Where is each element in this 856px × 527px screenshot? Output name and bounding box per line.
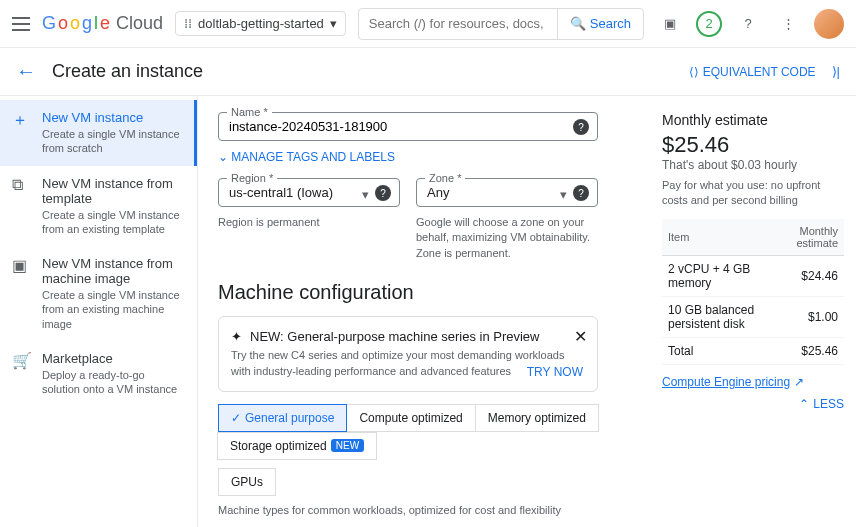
sidebar-item-template[interactable]: ⧉ New VM instance from template Create a… bbox=[0, 166, 197, 247]
project-name: doltlab-getting-started bbox=[198, 16, 324, 31]
chevron-down-icon: ▾ bbox=[330, 16, 337, 31]
equivalent-code-button[interactable]: ⟨⟩ EQUIVALENT CODE bbox=[689, 65, 816, 79]
sidebar-item-machine-image[interactable]: ▣ New VM instance from machine image Cre… bbox=[0, 246, 197, 341]
manage-tags-link[interactable]: ⌄ MANAGE TAGS AND LABELS bbox=[218, 150, 395, 164]
tab-compute-optimized[interactable]: Compute optimized bbox=[346, 404, 475, 432]
nav-menu-icon[interactable] bbox=[12, 17, 30, 31]
sidebar-item-marketplace[interactable]: 🛒 Marketplace Deploy a ready-to-go solut… bbox=[0, 341, 197, 407]
region-select[interactable]: Region * us-central1 (Iowa) ▾ ? bbox=[218, 178, 400, 207]
avatar[interactable] bbox=[814, 9, 844, 39]
trial-badge[interactable]: 2 bbox=[696, 11, 722, 37]
search-bar[interactable]: 🔍 Search bbox=[358, 8, 644, 40]
pricing-link[interactable]: Compute Engine pricing ↗ bbox=[662, 375, 804, 389]
region-hint: Region is permanent bbox=[218, 215, 400, 230]
name-input[interactable] bbox=[229, 119, 587, 134]
external-link-icon: ↗ bbox=[794, 375, 804, 389]
more-icon[interactable]: ⋮ bbox=[774, 10, 802, 38]
tab-general-purpose[interactable]: ✓ General purpose bbox=[218, 404, 347, 432]
name-field[interactable]: Name * ? bbox=[218, 112, 598, 141]
tab-description: Machine types for common workloads, opti… bbox=[218, 504, 626, 516]
template-icon: ⧉ bbox=[12, 176, 32, 237]
close-icon[interactable]: ✕ bbox=[574, 327, 587, 346]
estimate-row: Total$25.46 bbox=[662, 337, 844, 364]
collapse-panel-icon[interactable]: ⟩| bbox=[832, 64, 840, 79]
less-toggle[interactable]: ⌃ LESS bbox=[662, 397, 844, 411]
estimate-table: Item Monthly estimate 2 vCPU + 4 GB memo… bbox=[662, 219, 844, 365]
tab-storage-optimized[interactable]: Storage optimized NEW bbox=[217, 432, 377, 460]
project-icon: ⁞⁞ bbox=[184, 16, 192, 31]
page-title: Create an instance bbox=[52, 61, 689, 82]
creation-mode-sidebar: ＋ New VM instance Create a single VM ins… bbox=[0, 96, 198, 527]
search-input[interactable] bbox=[359, 16, 557, 31]
sidebar-item-new-vm[interactable]: ＋ New VM instance Create a single VM ins… bbox=[0, 100, 197, 166]
tab-memory-optimized[interactable]: Memory optimized bbox=[475, 404, 599, 432]
chevron-up-icon: ⌃ bbox=[799, 397, 809, 411]
tab-gpus[interactable]: GPUs bbox=[218, 468, 276, 496]
google-cloud-logo[interactable]: Google Cloud bbox=[42, 13, 163, 34]
cloud-shell-icon[interactable]: ▣ bbox=[656, 10, 684, 38]
chevron-down-icon: ▾ bbox=[560, 187, 567, 202]
estimate-title: Monthly estimate bbox=[662, 112, 844, 128]
zone-select[interactable]: Zone * Any ▾ ? bbox=[416, 178, 598, 207]
project-selector[interactable]: ⁞⁞ doltlab-getting-started ▾ bbox=[175, 11, 346, 36]
chevron-down-icon: ⌄ bbox=[218, 150, 231, 164]
search-icon: 🔍 bbox=[570, 16, 586, 31]
help-icon[interactable]: ? bbox=[734, 10, 762, 38]
estimate-note: Pay for what you use: no upfront costs a… bbox=[662, 178, 844, 209]
monthly-estimate-panel: Monthly estimate $25.46 That's about $0.… bbox=[646, 96, 856, 527]
try-now-link[interactable]: TRY NOW bbox=[527, 365, 583, 379]
help-icon[interactable]: ? bbox=[573, 185, 589, 201]
plus-icon: ＋ bbox=[12, 110, 32, 156]
sparkle-icon: ✦ bbox=[231, 329, 242, 344]
image-icon: ▣ bbox=[12, 256, 32, 331]
back-button[interactable]: ← bbox=[16, 60, 36, 83]
zone-hint: Google will choose a zone on your behalf… bbox=[416, 215, 598, 261]
preview-promo: ✕ ✦ NEW: General-purpose machine series … bbox=[218, 316, 598, 392]
marketplace-icon: 🛒 bbox=[12, 351, 32, 397]
check-icon: ✓ bbox=[231, 411, 241, 425]
estimate-hourly: That's about $0.03 hourly bbox=[662, 158, 844, 172]
help-icon[interactable]: ? bbox=[573, 119, 589, 135]
help-icon[interactable]: ? bbox=[375, 185, 391, 201]
estimate-price: $25.46 bbox=[662, 132, 844, 158]
chevron-down-icon: ▾ bbox=[362, 187, 369, 202]
estimate-row: 2 vCPU + 4 GB memory$24.46 bbox=[662, 255, 844, 296]
machine-config-heading: Machine configuration bbox=[218, 281, 626, 304]
code-icon: ⟨⟩ bbox=[689, 65, 699, 79]
estimate-row: 10 GB balanced persistent disk$1.00 bbox=[662, 296, 844, 337]
search-button[interactable]: 🔍 Search bbox=[557, 9, 643, 39]
